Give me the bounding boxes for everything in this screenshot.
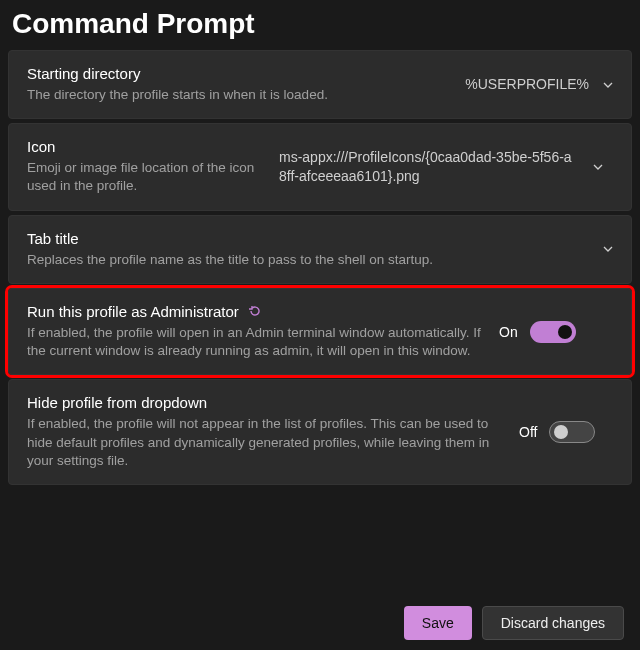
setting-value: ms-appx:///ProfileIcons/{0caa0dad-35be-5… xyxy=(279,148,579,186)
setting-text: Tab title Replaces the profile name as t… xyxy=(27,230,589,269)
setting-text: Icon Emoji or image file location of the… xyxy=(27,138,267,195)
chevron-down-icon xyxy=(591,160,605,174)
setting-title-text: Run this profile as Administrator xyxy=(27,303,239,320)
discard-button[interactable]: Discard changes xyxy=(482,606,624,640)
setting-description: If enabled, the profile will open in an … xyxy=(27,324,487,360)
setting-icon[interactable]: Icon Emoji or image file location of the… xyxy=(8,123,632,210)
save-button[interactable]: Save xyxy=(404,606,472,640)
setting-value: %USERPROFILE% xyxy=(465,75,589,94)
setting-text: Hide profile from dropdown If enabled, t… xyxy=(27,394,507,470)
setting-description: The directory the profile starts in when… xyxy=(27,86,453,104)
toggle-group: Off xyxy=(519,421,595,443)
setting-hide-profile[interactable]: Hide profile from dropdown If enabled, t… xyxy=(8,379,632,485)
setting-run-as-administrator[interactable]: Run this profile as Administrator If ena… xyxy=(8,288,632,375)
setting-description: Replaces the profile name as the title t… xyxy=(27,251,589,269)
setting-text: Run this profile as Administrator If ena… xyxy=(27,303,487,360)
setting-title: Icon xyxy=(27,138,267,155)
toggle-state-label: Off xyxy=(519,424,537,440)
page-title: Command Prompt xyxy=(0,0,640,46)
setting-title: Starting directory xyxy=(27,65,453,82)
setting-tab-title[interactable]: Tab title Replaces the profile name as t… xyxy=(8,215,632,284)
reset-icon[interactable] xyxy=(247,303,263,319)
setting-starting-directory[interactable]: Starting directory The directory the pro… xyxy=(8,50,632,119)
setting-description: Emoji or image file location of the icon… xyxy=(27,159,267,195)
run-as-admin-toggle[interactable] xyxy=(530,321,576,343)
settings-list: Starting directory The directory the pro… xyxy=(0,46,640,489)
toggle-state-label: On xyxy=(499,324,518,340)
chevron-down-icon xyxy=(601,78,615,92)
chevron-down-icon xyxy=(601,242,615,256)
setting-title: Run this profile as Administrator xyxy=(27,303,487,320)
setting-text: Starting directory The directory the pro… xyxy=(27,65,453,104)
footer-buttons: Save Discard changes xyxy=(404,606,624,640)
setting-title: Tab title xyxy=(27,230,589,247)
hide-profile-toggle[interactable] xyxy=(549,421,595,443)
setting-description: If enabled, the profile will not appear … xyxy=(27,415,507,470)
toggle-group: On xyxy=(499,321,576,343)
setting-title: Hide profile from dropdown xyxy=(27,394,507,411)
